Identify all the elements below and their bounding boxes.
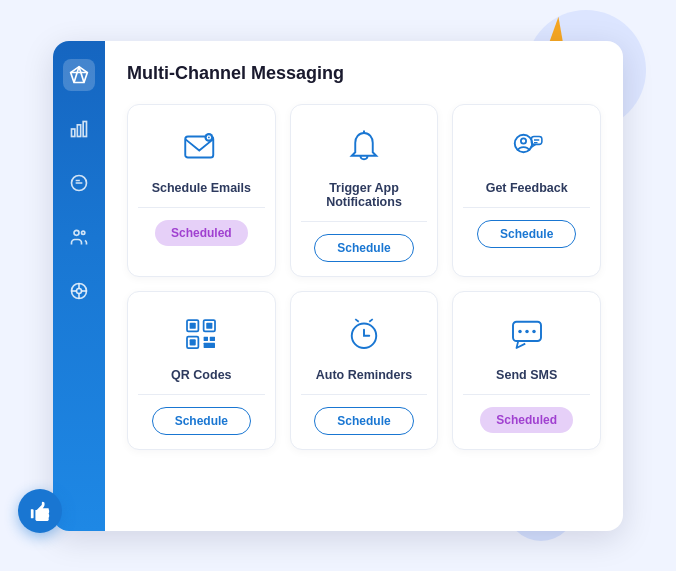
card-schedule-emails: Schedule Emails Scheduled: [127, 104, 276, 277]
card-divider: [301, 221, 428, 222]
clock-icon: [340, 310, 388, 358]
card-send-sms-label: Send SMS: [496, 368, 557, 382]
sidebar-item-comment[interactable]: [63, 167, 95, 199]
svg-point-41: [532, 329, 536, 333]
trigger-notifications-button[interactable]: Schedule: [314, 234, 413, 262]
card-qr-codes-label: QR Codes: [171, 368, 231, 382]
sidebar-item-users[interactable]: [63, 221, 95, 253]
card-get-feedback-label: Get Feedback: [486, 181, 568, 195]
svg-rect-32: [204, 336, 208, 340]
sms-icon: [503, 310, 551, 358]
svg-line-36: [355, 319, 359, 322]
card-trigger-notifications: Trigger App Notifications Schedule: [290, 104, 439, 277]
card-send-sms: Send SMS Scheduled: [452, 291, 601, 450]
svg-point-11: [77, 288, 82, 293]
card-schedule-emails-label: Schedule Emails: [152, 181, 251, 195]
main-card: Multi-Channel Messaging Schedule Emails …: [53, 41, 623, 531]
card-get-feedback: Get Feedback Schedule: [452, 104, 601, 277]
svg-rect-29: [207, 322, 213, 328]
svg-point-22: [521, 138, 526, 143]
thumb-button[interactable]: [18, 489, 62, 533]
content-area: Multi-Channel Messaging Schedule Emails …: [105, 41, 623, 531]
sidebar-item-diamond[interactable]: [63, 59, 95, 91]
card-divider: [138, 207, 265, 208]
card-auto-reminders: Auto Reminders Schedule: [290, 291, 439, 450]
card-divider: [138, 394, 265, 395]
get-feedback-button[interactable]: Schedule: [477, 220, 576, 248]
sidebar: [53, 41, 105, 531]
svg-rect-6: [83, 121, 86, 136]
card-divider: [463, 394, 590, 395]
send-sms-button[interactable]: Scheduled: [480, 407, 573, 433]
page-title: Multi-Channel Messaging: [127, 63, 601, 84]
svg-point-40: [525, 329, 529, 333]
svg-rect-27: [190, 322, 196, 328]
card-divider: [463, 207, 590, 208]
sidebar-item-support[interactable]: [63, 275, 95, 307]
svg-rect-5: [77, 124, 80, 136]
svg-line-37: [369, 319, 373, 322]
svg-rect-4: [72, 129, 75, 137]
email-icon: [177, 123, 225, 171]
svg-point-8: [74, 230, 79, 235]
svg-point-9: [82, 231, 85, 234]
svg-rect-31: [190, 339, 196, 345]
card-trigger-notifications-label: Trigger App Notifications: [301, 181, 428, 209]
card-auto-reminders-label: Auto Reminders: [316, 368, 413, 382]
feature-grid: Schedule Emails Scheduled Trigger App No…: [127, 104, 601, 450]
card-divider: [301, 394, 428, 395]
bell-icon: [340, 123, 388, 171]
svg-point-19: [208, 136, 210, 138]
auto-reminders-button[interactable]: Schedule: [314, 407, 413, 435]
card-qr-codes: QR Codes Schedule: [127, 291, 276, 450]
sidebar-item-chart[interactable]: [63, 113, 95, 145]
svg-point-39: [518, 329, 522, 333]
svg-rect-34: [204, 342, 215, 347]
qr-codes-button[interactable]: Schedule: [152, 407, 251, 435]
schedule-emails-button[interactable]: Scheduled: [155, 220, 248, 246]
feedback-icon: [503, 123, 551, 171]
qr-icon: [177, 310, 225, 358]
svg-rect-33: [210, 336, 215, 340]
